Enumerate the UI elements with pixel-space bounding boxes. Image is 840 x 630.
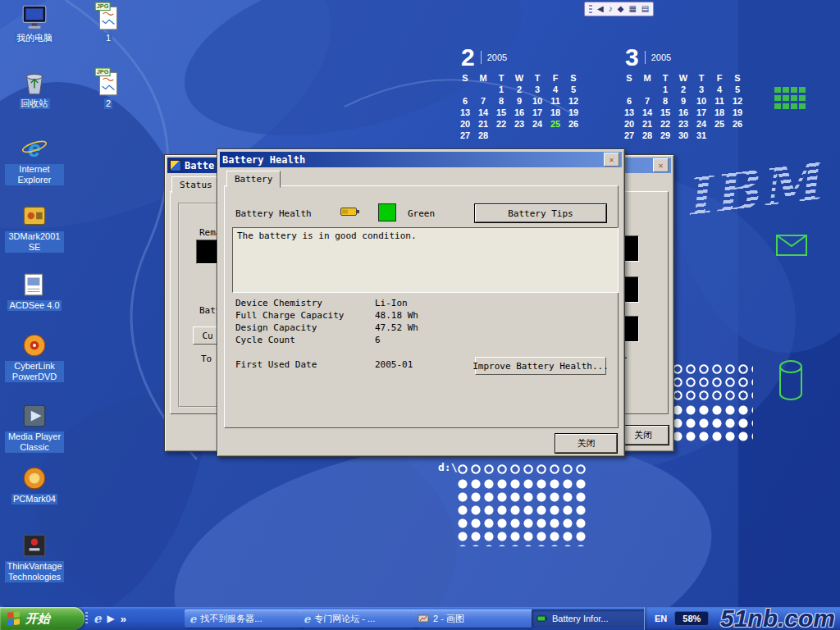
task-button-server-page[interactable]: e 找不到服务器... xyxy=(185,609,304,628)
desktop-icon-my-computer[interactable]: 我的电脑 xyxy=(5,3,64,43)
calendar-day-header: F xyxy=(710,72,728,84)
calendar-day: 30 xyxy=(674,130,692,141)
my-computer-icon xyxy=(21,3,48,31)
floating-toolbar[interactable]: ◀ ♪ ◆ ▦ ▤ xyxy=(584,2,654,16)
ie-icon: e xyxy=(189,613,196,625)
calendar-day xyxy=(546,130,564,141)
close-icon[interactable]: ✕ xyxy=(653,158,669,172)
task-button-battery-information[interactable]: Battery Infor... xyxy=(532,609,651,628)
quick-launch-handle-icon[interactable] xyxy=(85,612,88,625)
desktop-icon-acdsee[interactable]: ACDSee 4.0 xyxy=(5,271,64,311)
back-icon[interactable]: ◀ xyxy=(597,5,604,13)
watermark: 51nb.com xyxy=(720,605,835,630)
audio-icon[interactable]: ♪ xyxy=(609,5,613,13)
desktop-file-2[interactable]: JPG 2 xyxy=(79,67,138,109)
calendar-day: 6 xyxy=(456,95,474,107)
ie-icon[interactable]: e xyxy=(94,611,102,626)
calendar-day: 27 xyxy=(620,130,638,141)
language-indicator[interactable]: EN xyxy=(655,614,667,623)
calendar-day-header: T xyxy=(528,72,546,84)
calendar-day: 12 xyxy=(564,95,582,107)
calendar-day: 7 xyxy=(474,95,492,107)
field-value: 6 xyxy=(375,335,381,345)
thinkvantage-icon xyxy=(21,532,48,559)
task-label: 找不到服务器... xyxy=(200,613,262,625)
battery-health-titlebar[interactable]: Battery Health ✕ xyxy=(220,152,622,167)
calendar-day: 5 xyxy=(728,84,746,95)
task-label: 2 - 画图 xyxy=(433,613,464,625)
calendar-day: 23 xyxy=(510,118,528,130)
calendar-month: 3 xyxy=(625,46,639,69)
health-status: Green xyxy=(408,208,435,219)
calendar-day-header: T xyxy=(656,72,674,84)
calendar-day: 5 xyxy=(564,84,582,95)
calendar-day-header: T xyxy=(492,72,510,84)
icon-label: Internet Explorer xyxy=(5,164,64,185)
desktop-file-1[interactable]: JPG 1 xyxy=(79,2,138,43)
start-button[interactable]: 开始 xyxy=(0,607,84,630)
calendar-day-header: S xyxy=(620,72,638,84)
task-button-forum[interactable]: e 专门网论坛 - ... xyxy=(299,609,418,628)
desktop-icon-recycle-bin[interactable]: 回收站 xyxy=(5,69,64,109)
icon-label: ACDSee 4.0 xyxy=(7,300,61,311)
calendar-day xyxy=(528,130,546,141)
desktop-icon-media-player-classic[interactable]: Media Player Classic xyxy=(5,402,64,453)
calendar-day-header: S xyxy=(456,72,474,84)
chevron-icon[interactable]: » xyxy=(121,613,126,625)
calendar-day-header: W xyxy=(510,72,528,84)
windows-logo-icon xyxy=(7,611,21,626)
task-button-paint[interactable]: 2 - 画图 xyxy=(413,609,532,628)
icon-label: 2 xyxy=(104,98,112,109)
calendar-day: 1 xyxy=(492,84,510,95)
close-window-button[interactable]: 关闭 xyxy=(618,426,669,445)
close-dialog-button[interactable]: 关闭 xyxy=(555,434,617,453)
calendar-february: 2 2005 SMTWTFS12345678910111213141516171… xyxy=(456,46,584,141)
tab-battery[interactable]: Battery xyxy=(226,171,281,188)
calendar-day: 4 xyxy=(710,84,728,95)
calendar-day xyxy=(728,130,746,141)
battery-meter[interactable]: 58% xyxy=(674,611,709,626)
jpg-file-icon: JPG xyxy=(94,67,122,97)
calendar-day: 19 xyxy=(728,107,746,118)
display-icon[interactable]: ▦ xyxy=(628,5,636,13)
desktop: IBM d:\ 2 2005 SMTWTFS123456789101112131… xyxy=(0,0,840,630)
calendar-day-header: W xyxy=(674,72,692,84)
calendar-day: 14 xyxy=(638,107,656,118)
grip-handle-icon[interactable] xyxy=(589,5,592,13)
calendar-day: 28 xyxy=(474,130,492,141)
calendar-day: 23 xyxy=(674,118,692,130)
paint-icon xyxy=(418,613,429,624)
calendar-day xyxy=(492,130,510,141)
battery-health-dialog: Battery Health ✕ Battery Battery Health … xyxy=(217,148,625,457)
media-player-classic-icon xyxy=(21,402,48,430)
desktop-icon-internet-explorer[interactable]: e Internet Explorer xyxy=(5,135,64,185)
desktop-icon-powerdvd[interactable]: CyberLink PowerDVD xyxy=(5,331,64,382)
condition-textbox[interactable]: The battery is in good condition. xyxy=(232,227,619,293)
tab-status[interactable]: Status xyxy=(171,176,221,194)
status-icon[interactable]: ◆ xyxy=(618,5,624,13)
desktop-icon-thinkvantage[interactable]: ThinkVantage Technologies xyxy=(5,532,64,582)
calendar-day-header: T xyxy=(692,72,710,84)
calendar-day: 20 xyxy=(456,118,474,130)
battery-icon xyxy=(536,613,548,624)
battery-health-title: Battery Health xyxy=(222,154,305,166)
condition-text: The battery is in good condition. xyxy=(237,231,417,241)
calendar-day: 9 xyxy=(674,95,692,107)
jpg-tag: JPG xyxy=(97,2,109,10)
calendar-day: 18 xyxy=(546,107,564,118)
icon-label: ThinkVantage Technologies xyxy=(5,561,64,582)
desktop-icon-3dmark2001[interactable]: 3DMark2001 SE xyxy=(5,202,64,253)
calendar-day: 22 xyxy=(656,118,674,130)
keyboard-icon[interactable]: ▤ xyxy=(641,5,649,13)
battery-tips-button[interactable]: Battery Tips xyxy=(475,204,606,222)
close-icon[interactable]: ✕ xyxy=(604,153,619,167)
calendar-day: 20 xyxy=(620,118,638,130)
calendar-day: 15 xyxy=(492,107,510,118)
battery-icon xyxy=(340,206,360,217)
calendar-day: 18 xyxy=(710,107,728,118)
calendar-day: 24 xyxy=(692,118,710,130)
improve-battery-health-button[interactable]: Improve Battery Health... xyxy=(475,357,606,375)
media-player-icon[interactable]: ▶ xyxy=(107,613,115,624)
field-label: First Used Date xyxy=(235,359,317,370)
desktop-icon-pcmark04[interactable]: PCMark04 xyxy=(5,464,64,504)
